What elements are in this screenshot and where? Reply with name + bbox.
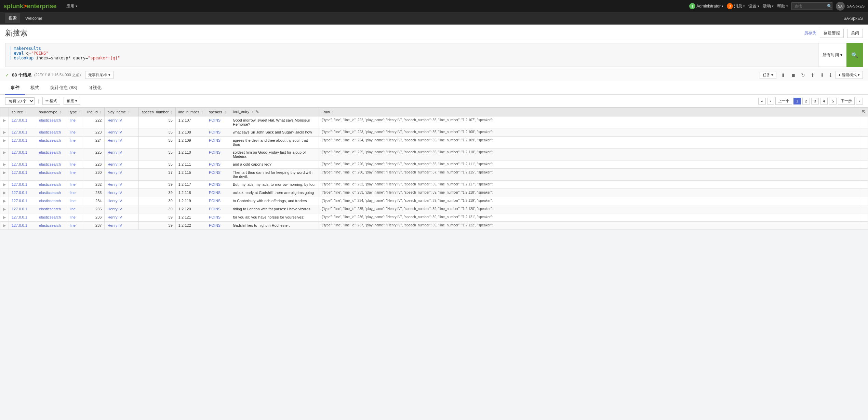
row-source[interactable]: 127.0.0.1 <box>9 222 36 230</box>
page-2-button[interactable]: 2 <box>802 98 810 104</box>
row-source[interactable]: 127.0.0.1 <box>9 189 36 197</box>
row-source[interactable]: 127.0.0.1 <box>9 213 36 222</box>
row-speaker[interactable]: POINS <box>206 116 230 128</box>
nav-search[interactable]: 🔍 <box>791 2 832 10</box>
row-speaker[interactable]: POINS <box>206 222 230 230</box>
row-type[interactable]: line <box>67 169 84 181</box>
save-as-button[interactable]: 另存为 <box>804 30 816 36</box>
row-source[interactable]: 127.0.0.1 <box>9 149 36 160</box>
row-speaker[interactable]: POINS <box>206 181 230 189</box>
row-sourcetype[interactable]: elasticsearch <box>36 189 67 197</box>
next-label-button[interactable]: 下一步 <box>838 97 855 105</box>
row-expand[interactable]: ▶ <box>0 160 9 169</box>
row-sourcetype[interactable]: elasticsearch <box>36 205 67 213</box>
row-expand[interactable]: ▶ <box>0 222 9 230</box>
row-sourcetype[interactable]: elasticsearch <box>36 128 67 137</box>
prev-page-button[interactable]: ‹ <box>767 98 774 104</box>
stop-button[interactable]: ⏹ <box>789 72 797 79</box>
tab-events[interactable]: 事件 <box>5 81 25 95</box>
row-sourcetype[interactable]: elasticsearch <box>36 197 67 205</box>
row-playname[interactable]: Henry IV <box>105 149 139 160</box>
row-speaker[interactable]: POINS <box>206 189 230 197</box>
expand-icon[interactable]: ⇱ <box>862 110 865 114</box>
nav-messages[interactable]: 3 消息 ▾ <box>727 3 745 9</box>
tab-statistics[interactable]: 统计信息 (88) <box>45 81 83 95</box>
first-page-button[interactable]: « <box>758 98 766 104</box>
row-expand[interactable]: ▶ <box>0 197 9 205</box>
th-speaker[interactable]: speaker ↕ <box>206 108 230 116</box>
row-playname[interactable]: Henry IV <box>105 189 139 197</box>
row-type[interactable]: line <box>67 189 84 197</box>
prev-label-button[interactable]: 上一个 <box>775 97 792 105</box>
row-sourcetype[interactable]: elasticsearch <box>36 160 67 169</box>
row-sourcetype[interactable]: elasticsearch <box>36 149 67 160</box>
per-page-select[interactable]: 每页 20 个 <box>5 97 35 105</box>
row-speaker[interactable]: POINS <box>206 149 230 160</box>
create-alert-button[interactable]: 创建警报 <box>820 29 844 38</box>
row-speaker[interactable]: POINS <box>206 213 230 222</box>
row-expand[interactable]: ▶ <box>0 213 9 222</box>
edit-icon[interactable]: ✎ <box>256 110 259 114</box>
search-go-button[interactable]: 🔍 <box>846 43 863 67</box>
smart-mode-button[interactable]: ♦ 智能模式 ▾ <box>836 71 863 79</box>
nav-search-input[interactable] <box>794 4 825 8</box>
second-nav-search[interactable]: 搜索 <box>5 13 20 23</box>
row-playname[interactable]: Henry IV <box>105 137 139 149</box>
row-speaker[interactable]: POINS <box>206 169 230 181</box>
th-lineid[interactable]: line_id ↕ <box>84 108 105 116</box>
avatar[interactable]: SA <box>836 2 845 11</box>
page-4-button[interactable]: 4 <box>820 98 828 104</box>
row-expand[interactable]: ▶ <box>0 169 9 181</box>
row-expand[interactable]: ▶ <box>0 128 9 137</box>
row-type[interactable]: line <box>67 149 84 160</box>
share-button[interactable]: ⬆ <box>809 72 816 79</box>
th-linenum[interactable]: line_number ↕ <box>175 108 206 116</box>
row-sourcetype[interactable]: elasticsearch <box>36 137 67 149</box>
second-nav-welcome[interactable]: Welcome <box>22 14 46 23</box>
row-speaker[interactable]: POINS <box>206 160 230 169</box>
row-playname[interactable]: Henry IV <box>105 197 139 205</box>
row-type[interactable]: line <box>67 116 84 128</box>
th-source[interactable]: source ↕ <box>9 108 36 116</box>
th-speech[interactable]: speech_number ↕ <box>139 108 175 116</box>
task-button[interactable]: 任务 ▾ <box>760 71 776 79</box>
download-button[interactable]: ⬇ <box>819 72 826 79</box>
next-page-button[interactable]: › <box>856 98 863 104</box>
row-sourcetype[interactable]: elasticsearch <box>36 181 67 189</box>
row-speaker[interactable]: POINS <box>206 205 230 213</box>
row-playname[interactable]: Henry IV <box>105 116 139 128</box>
row-speaker[interactable]: POINS <box>206 197 230 205</box>
format-button[interactable]: ✏ 格式 <box>42 97 60 105</box>
th-playname[interactable]: play_name ↕ <box>105 108 139 116</box>
row-type[interactable]: line <box>67 222 84 230</box>
row-expand[interactable]: ▶ <box>0 116 9 128</box>
row-type[interactable]: line <box>67 137 84 149</box>
row-expand[interactable]: ▶ <box>0 181 9 189</box>
row-type[interactable]: line <box>67 128 84 137</box>
nav-help[interactable]: 帮助 ▾ <box>777 3 788 9</box>
sample-button[interactable]: 无事件采样 ▾ <box>85 71 113 79</box>
row-sourcetype[interactable]: elasticsearch <box>36 169 67 181</box>
row-type[interactable]: line <box>67 181 84 189</box>
row-type[interactable]: line <box>67 160 84 169</box>
tab-patterns[interactable]: 模式 <box>25 81 45 95</box>
nav-settings[interactable]: 设置 ▾ <box>748 3 759 9</box>
row-sourcetype[interactable]: elasticsearch <box>36 116 67 128</box>
close-button[interactable]: 关闭 <box>847 29 863 38</box>
row-speaker[interactable]: POINS <box>206 128 230 137</box>
nav-app[interactable]: 应用 ▾ <box>64 3 80 9</box>
row-sourcetype[interactable]: elasticsearch <box>36 222 67 230</box>
row-playname[interactable]: Henry IV <box>105 205 139 213</box>
row-source[interactable]: 127.0.0.1 <box>9 169 36 181</box>
row-playname[interactable]: Henry IV <box>105 213 139 222</box>
page-5-button[interactable]: 5 <box>829 98 837 104</box>
row-sourcetype[interactable]: elasticsearch <box>36 213 67 222</box>
row-source[interactable]: 127.0.0.1 <box>9 116 36 128</box>
th-sourcetype[interactable]: sourcetype ↕ <box>36 108 67 116</box>
row-type[interactable]: line <box>67 205 84 213</box>
info-button[interactable]: ℹ <box>828 72 833 79</box>
row-speaker[interactable]: POINS <box>206 137 230 149</box>
row-expand[interactable]: ▶ <box>0 137 9 149</box>
nav-activity[interactable]: 活动 ▾ <box>763 3 774 9</box>
row-playname[interactable]: Henry IV <box>105 181 139 189</box>
